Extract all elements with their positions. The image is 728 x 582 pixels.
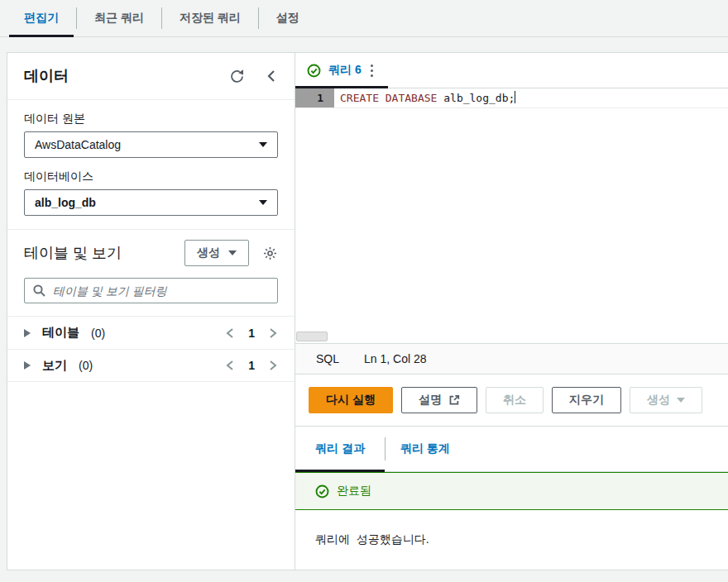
main-card: 데이터 데이터 원본 AwsDataCatalog 데이터베이스 alb_log… — [7, 52, 728, 570]
tab-saved-queries-label: 저장된 쿼리 — [180, 11, 241, 26]
cancel-button[interactable]: 취소 — [486, 387, 544, 413]
filter-search-input[interactable] — [24, 278, 278, 303]
views-pagination: 1 — [225, 359, 278, 372]
expand-triangle-icon[interactable] — [24, 361, 31, 370]
query-tab-bar: 쿼리 6 — [295, 53, 728, 88]
views-row-count: (0) — [79, 359, 93, 372]
explain-label: 설명 — [419, 393, 442, 408]
tab-recent-queries-label: 최근 쿼리 — [94, 11, 144, 26]
views-row-label: 보기 — [42, 358, 67, 374]
success-banner: 완료됨 — [295, 472, 728, 510]
explain-button[interactable]: 설명 — [401, 387, 477, 413]
expand-triangle-icon[interactable] — [24, 329, 31, 337]
tab-query-results[interactable]: 쿼리 결과 — [315, 427, 385, 471]
page-prev-icon[interactable] — [225, 360, 235, 371]
success-banner-text: 완료됨 — [337, 484, 371, 499]
create-dropdown-button[interactable]: 생성 — [630, 387, 702, 413]
data-panel-body: 데이터 원본 AwsDataCatalog 데이터베이스 alb_log_db — [7, 100, 295, 229]
tab-editor[interactable]: 편집기 — [7, 0, 76, 36]
tab-settings[interactable]: 설정 — [259, 0, 317, 36]
data-source-label: 데이터 원본 — [24, 112, 278, 126]
sql-code-editor[interactable]: 1 CREATE DATABASE alb_log_db; — [295, 88, 728, 343]
query-editor-panel: 쿼리 6 1 CREATE DATABASE alb_log_db; SQL L… — [295, 53, 728, 570]
query-result-message: 쿼리에 성공했습니다. — [295, 510, 728, 570]
query-tab-menu-icon[interactable] — [369, 61, 375, 80]
chevron-down-icon — [228, 250, 237, 255]
top-tab-bar: 편집기 최근 쿼리 저장된 쿼리 설정 — [0, 0, 728, 37]
tab-settings-label: 설정 — [276, 11, 299, 26]
success-check-icon — [315, 484, 329, 499]
create-button-label: 생성 — [197, 246, 220, 260]
editor-status-bar: SQL Ln 1, Col 28 — [295, 343, 728, 374]
tables-pagination: 1 — [225, 327, 278, 340]
tab-query-stats-label: 쿼리 통계 — [400, 441, 450, 456]
data-source-select[interactable]: AwsDataCatalog — [24, 131, 278, 158]
settings-gear-icon[interactable] — [262, 246, 278, 261]
page-prev-icon[interactable] — [225, 327, 235, 339]
filter-search — [24, 278, 278, 303]
chevron-down-icon — [259, 200, 267, 205]
data-source-value: AwsDataCatalog — [35, 138, 121, 151]
database-label: 데이터베이스 — [24, 169, 278, 184]
code-text: CREATE DATABASE alb_log_db; — [334, 88, 515, 107]
results-tab-bar: 쿼리 결과 쿼리 통계 — [295, 426, 728, 472]
query-tab[interactable]: 쿼리 6 — [295, 53, 388, 88]
tab-query-results-label: 쿼리 결과 — [315, 441, 365, 456]
action-buttons: 다시 실행 설명 취소 지우기 생성 — [295, 374, 728, 426]
data-panel: 데이터 데이터 원본 AwsDataCatalog 데이터베이스 alb_log… — [7, 53, 295, 570]
code-line-1: 1 CREATE DATABASE alb_log_db; — [295, 88, 728, 108]
cursor-position: Ln 1, Col 28 — [364, 352, 427, 365]
language-indicator: SQL — [316, 352, 339, 365]
external-link-icon — [448, 394, 460, 406]
tab-saved-queries[interactable]: 저장된 쿼리 — [162, 0, 258, 36]
tables-page-number: 1 — [248, 327, 255, 340]
search-icon — [32, 284, 46, 301]
views-row[interactable]: 보기 (0) 1 — [7, 349, 295, 382]
tab-recent-queries[interactable]: 최근 쿼리 — [77, 0, 161, 36]
cancel-label: 취소 — [503, 393, 526, 408]
tables-views-title: 테이블 및 보기 — [24, 243, 122, 263]
tables-row-label: 테이블 — [42, 325, 79, 341]
sql-identifier: alb_log_db; — [437, 92, 515, 104]
page-next-icon[interactable] — [268, 327, 278, 339]
page-next-icon[interactable] — [268, 360, 278, 371]
horizontal-scrollbar[interactable] — [296, 332, 328, 341]
database-select[interactable]: alb_log_db — [24, 189, 278, 216]
collapse-panel-icon[interactable] — [265, 69, 278, 83]
run-again-button[interactable]: 다시 실행 — [309, 387, 393, 413]
clear-label: 지우기 — [569, 393, 604, 408]
chevron-down-icon — [259, 142, 267, 147]
query-tab-label: 쿼리 6 — [328, 63, 362, 78]
tables-row[interactable]: 테이블 (0) 1 — [7, 316, 295, 349]
clear-button[interactable]: 지우기 — [552, 387, 621, 413]
data-panel-header: 데이터 — [7, 53, 295, 100]
refresh-icon[interactable] — [229, 69, 245, 84]
success-check-icon — [307, 64, 321, 78]
line-number: 1 — [295, 88, 334, 107]
data-panel-title: 데이터 — [24, 66, 69, 86]
database-value: alb_log_db — [35, 196, 96, 209]
run-again-label: 다시 실행 — [326, 393, 376, 408]
sql-keyword: CREATE DATABASE — [340, 92, 437, 104]
create-button[interactable]: 생성 — [184, 240, 249, 266]
chevron-down-icon — [677, 398, 685, 403]
text-cursor — [515, 91, 515, 103]
tab-editor-label: 편집기 — [24, 11, 59, 26]
tables-views-header: 테이블 및 보기 생성 — [7, 230, 295, 276]
tab-query-stats[interactable]: 쿼리 통계 — [386, 427, 465, 471]
create-label: 생성 — [647, 393, 670, 408]
views-page-number: 1 — [248, 359, 255, 372]
tables-row-count: (0) — [91, 327, 105, 340]
